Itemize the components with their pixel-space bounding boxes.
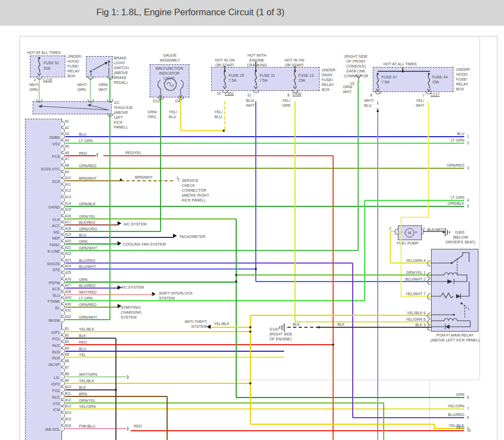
relay-pin-4: YEL/GRN 4 [381,258,426,263]
wire-v [109,113,110,320]
ecm-pin-number-B14: B14 [65,411,71,415]
wire-v [364,200,365,301]
ecm-pin-number-B15: B15 [65,417,71,421]
wire-v [383,403,384,440]
junction-dot [223,130,225,132]
wire-v [224,101,225,130]
ecm-pin-label-A8: SO2S HTC [24,167,60,172]
exit-number-5: 5 [467,204,469,209]
wire-h [250,424,434,425]
connector-ref-c215[interactable]: C215 [43,77,52,82]
wire-h [65,344,333,345]
fuse13-amps: 15A [298,78,305,83]
ecm-pin-label-A6: PCS [24,154,60,159]
junction-connector-label: J/C %%UC418 (ABOVE LEFT KICK PANEL) [114,100,132,130]
wire-h [131,430,464,431]
wire-h [181,130,224,131]
fuse47-pin: 8 [370,93,372,97]
ecm-pin-number-A2: A2 [65,126,69,130]
ecm-pin-number-A12: A12 [65,188,71,193]
wire-v [333,155,334,440]
connector-ref-c217[interactable]: C217 [431,92,440,97]
wire-h [401,217,428,218]
connector-arc-icon [158,96,164,100]
relay-pin-7: YEL/WHT 7 [381,291,426,296]
wire-h [65,143,464,144]
g120-wire-label-2: BLK [337,322,345,327]
hot-label-fuse52: HOT AT ALL TIMES [27,50,60,55]
wire-h [211,327,250,328]
wire-v [401,217,402,296]
wire-v [109,77,110,101]
wire-label-B11: BRN [79,392,87,396]
fuse13-wire-label: YEL/ GRN [282,98,291,108]
fuse44-amps: 15A [432,80,439,84]
wire-h [20,36,497,36]
wire-label-B8: WHT/GRN [79,372,97,377]
wire-label-A8: GRN/RED [79,163,96,168]
starting-charging-label: STARTING/ CHARGING SYSTEM [121,305,142,320]
wire-label-A28: WHT/RED [79,290,97,295]
wire-v [160,98,161,231]
ecm-pin-label-B1: IGP1 [24,330,60,335]
ecm-pin-number-A31: A31 [65,308,71,313]
ecm-pin-label-B3: INJ2 [24,343,60,348]
wire-h [423,231,442,232]
exit-wire-label-4: LT GRN [426,195,464,200]
ecm-pin-number-A25: A25 [65,271,71,275]
ecm-pin-label-A16: FLR [24,217,60,222]
wire-h [65,351,284,352]
junction-dot [249,382,251,384]
g120-ground-icon [278,323,288,332]
junction-dot [442,231,445,233]
relay-location: (ABOVE LEFT KICK PANEL) [417,338,493,343]
fuse31-name: FUSE 31 [260,73,275,78]
wire-v [255,101,256,282]
ecm-pin-label-A3: 2WBS [24,135,60,140]
wire-label-A27: BLU/RED [79,283,95,288]
relay-internals-icon [431,249,477,331]
gauge-pin-d12: D12 [153,99,160,103]
wire-h [65,136,464,137]
wire-h [65,262,353,264]
connector-arc-icon [178,96,184,100]
wire-v [167,396,168,440]
ecm-pin-label-A18: MIL [24,230,60,235]
exit-wire-label-7: YEL/GRN [426,404,464,408]
wire-label-A32: GRN/WHT [79,315,97,320]
ecm-pin-label-B4: INJ3 [24,350,60,355]
wire-label-A26: GRN [79,277,88,282]
fuse25-amps: 7.5A [229,78,236,83]
junction-dot [255,268,257,270]
exit-number-3: 3 [467,166,469,170]
fuse44-wire-label: YEL/ WHT [416,98,425,108]
relay-pin-arc-icon [427,313,431,319]
wire-label-A3: BLU [79,132,87,137]
pump-arrow-right-icon: » [415,230,416,235]
ecm-pin-label-A20: FANC [24,242,60,247]
exit-number-6: 6 [467,395,469,400]
exit-wire-label-3: GRN/RED [426,163,464,168]
ecm-pin-label-A19: NEP [24,236,60,241]
ecm-pin-label-A32: BKSW [24,318,60,323]
wire-label-A14: GRN/BLK [79,201,96,206]
wire-v [294,101,296,322]
fuse52-amps: 20A [44,66,50,71]
brake-wire-left-label: WHT/ GRN [77,82,87,92]
wire-h [353,417,464,418]
relay-pin-2: BLU/WHT 2 [381,277,426,282]
exit-wire-label-6: GRN [426,392,464,397]
wire-label-B13: YEL/GRN [79,404,96,409]
fuse52-pin: 2 [34,77,36,82]
ecm-pin-label-A23: SHO2S [24,261,60,266]
arrow-ac1-icon [118,221,121,225]
ecm-pin-label-A10: SCS [24,179,60,184]
connector-arc-icon [88,76,94,80]
ecm-pin-label-A30: EL [24,305,60,310]
ecm-pin-label-B8: LS- [24,375,60,380]
pump-pin-2: 2 [389,226,391,231]
wire-label-B16: PNK/BLU [79,424,95,429]
page-title: Fig 1: 1.8L, Engine Performance Circuit … [96,7,285,17]
exit-wire-label-8: BLU/RED [426,412,464,417]
pump-pin-arc-icon [395,229,398,235]
